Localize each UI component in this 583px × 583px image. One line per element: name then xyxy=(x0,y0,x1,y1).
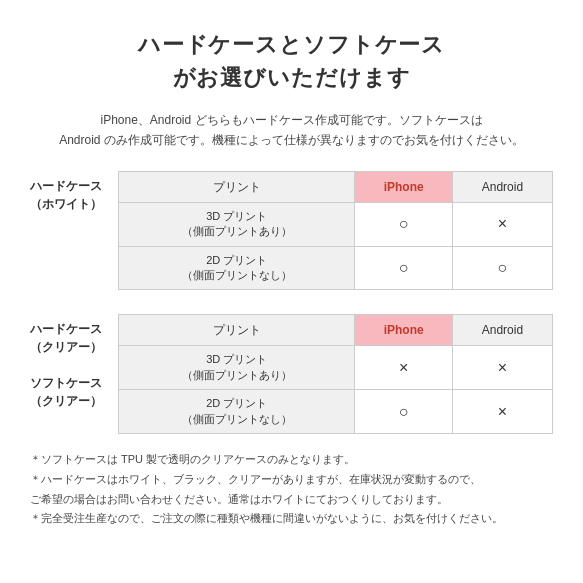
table2-row1-label: 3D プリント（側面プリントあり） xyxy=(119,346,355,390)
note-2: ハードケースはホワイト、ブラック、クリアーがありますが、在庫状況が変動するので、… xyxy=(30,470,553,510)
table1-col-print: プリント xyxy=(119,171,355,202)
table2-row2-android: × xyxy=(452,390,552,434)
table1-col-android: Android xyxy=(452,171,552,202)
table2-header-row: プリント iPhone Android xyxy=(119,315,553,346)
table2-col-iphone: iPhone xyxy=(355,315,452,346)
table-row: 2D プリント（側面プリントなし） ○ ○ xyxy=(119,246,553,290)
section-label-hard-clear: ハードケース （クリアー） ソフトケース （クリアー） xyxy=(30,314,118,410)
subtitle: iPhone、Android どちらもハードケース作成可能です。ソフトケースは … xyxy=(30,110,553,151)
table1-row2-android: ○ xyxy=(452,246,552,290)
table1: プリント iPhone Android 3D プリント（側面プリントあり） ○ … xyxy=(118,171,553,291)
table1-row2-label: 2D プリント（側面プリントなし） xyxy=(119,246,355,290)
table1-col-iphone: iPhone xyxy=(355,171,452,202)
table2-col-android: Android xyxy=(452,315,552,346)
table2: プリント iPhone Android 3D プリント（側面プリントあり） × … xyxy=(118,314,553,434)
table1-wrap: プリント iPhone Android 3D プリント（側面プリントあり） ○ … xyxy=(118,171,553,291)
table-row: 2D プリント（側面プリントなし） ○ × xyxy=(119,390,553,434)
table1-row1-iphone: ○ xyxy=(355,202,452,246)
section-hard-clear: ハードケース （クリアー） ソフトケース （クリアー） プリント iPhone … xyxy=(30,314,553,434)
table1-row1-android: × xyxy=(452,202,552,246)
table-row: 3D プリント（側面プリントあり） × × xyxy=(119,346,553,390)
table1-header-row: プリント iPhone Android xyxy=(119,171,553,202)
table2-row2-label: 2D プリント（側面プリントなし） xyxy=(119,390,355,434)
table-row: 3D プリント（側面プリントあり） ○ × xyxy=(119,202,553,246)
notes-section: ソフトケースは TPU 製で透明のクリアケースのみとなります。 ハードケースはホ… xyxy=(30,450,553,529)
section-label-hard-white: ハードケース （ホワイト） xyxy=(30,171,118,213)
spacer xyxy=(30,300,553,314)
note-3: 完全受注生産なので、ご注文の際に種類や機種に間違いがないように、お気を付けくださ… xyxy=(30,509,553,529)
table2-col-print: プリント xyxy=(119,315,355,346)
main-title: ハードケースとソフトケース がお選びいただけます xyxy=(30,28,553,94)
table2-row2-iphone: ○ xyxy=(355,390,452,434)
section-hard-white: ハードケース （ホワイト） プリント iPhone Android 3D プリン… xyxy=(30,171,553,291)
table2-row1-android: × xyxy=(452,346,552,390)
table1-row1-label: 3D プリント（側面プリントあり） xyxy=(119,202,355,246)
table2-row1-iphone: × xyxy=(355,346,452,390)
table1-row2-iphone: ○ xyxy=(355,246,452,290)
table2-wrap: プリント iPhone Android 3D プリント（側面プリントあり） × … xyxy=(118,314,553,434)
note-1: ソフトケースは TPU 製で透明のクリアケースのみとなります。 xyxy=(30,450,553,470)
